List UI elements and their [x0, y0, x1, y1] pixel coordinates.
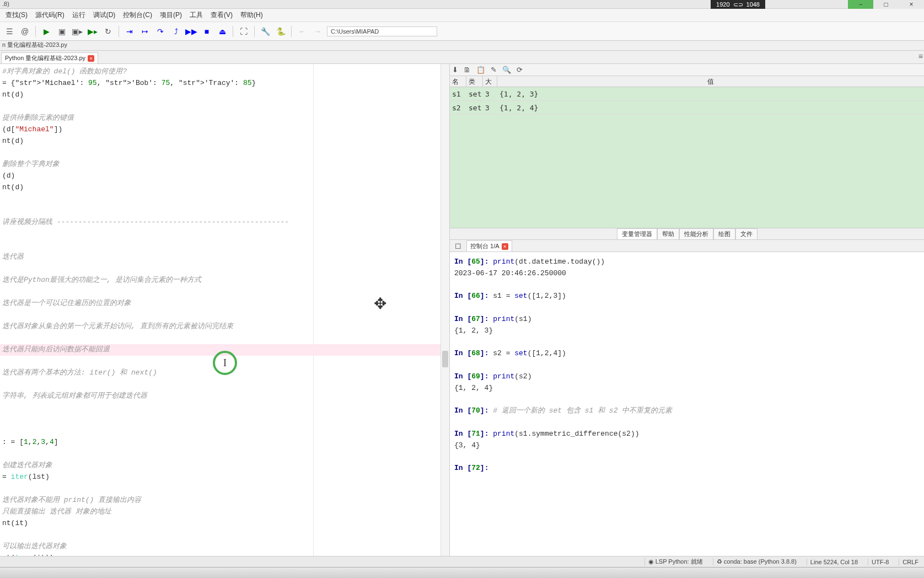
code-line[interactable]: 创建迭代器对象: [0, 460, 449, 472]
debug-exit-icon[interactable]: ⏏: [216, 25, 228, 38]
debug-step-icon[interactable]: ↦: [139, 25, 151, 38]
run-cell-icon[interactable]: ▣: [56, 25, 68, 38]
outline-icon[interactable]: ☰: [3, 25, 15, 38]
editor-scrollbar[interactable]: [440, 64, 449, 567]
col-type[interactable]: 类型: [466, 76, 483, 87]
code-line[interactable]: 迭代器对象从集合的第一个元素开始访问, 直到所有的元素被访问完结束: [0, 321, 449, 333]
code-line[interactable]: 字符串, 列表或元组对象都可用于创建迭代器: [0, 390, 449, 402]
scrollbar-thumb[interactable]: [442, 351, 448, 367]
code-line[interactable]: (d["Michael"]): [0, 124, 449, 136]
debug-step-in-icon[interactable]: ⇥: [123, 25, 136, 38]
code-line[interactable]: 迭代器只能向后访问数据不能回退: [0, 344, 449, 356]
status-conda[interactable]: ♻ conda: base (Python 3.8.8): [713, 558, 800, 565]
code-line[interactable]: [0, 205, 449, 217]
status-encoding[interactable]: UTF-8: [868, 559, 892, 565]
minimize-button[interactable]: −: [848, 0, 873, 9]
code-line[interactable]: 讲座视频分隔线 --------------------------------…: [0, 217, 449, 228]
code-line[interactable]: nt(it): [0, 518, 449, 529]
var-toolbar-icon[interactable]: ⟳: [517, 66, 523, 74]
code-line[interactable]: (d): [0, 170, 449, 182]
var-toolbar-icon[interactable]: 📋: [476, 66, 485, 74]
code-line[interactable]: = iter(lst): [0, 472, 449, 483]
preferences-icon[interactable]: 🔧: [259, 25, 271, 38]
os-taskbar[interactable]: [0, 567, 924, 578]
code-line[interactable]: #对字典对象的 del() 函数如何使用?: [0, 66, 449, 78]
code-line[interactable]: [0, 414, 449, 425]
code-line[interactable]: nt(d): [0, 89, 449, 101]
ipython-console[interactable]: In [65]: print(dt.datetime.today())2023-…: [450, 252, 924, 556]
working-dir-input[interactable]: C:\Users\MIAPAD: [327, 26, 437, 36]
code-line[interactable]: 只能直接输出 迭代器 对象的地址: [0, 506, 449, 518]
menu-item[interactable]: 查找(S): [2, 9, 31, 21]
menu-item[interactable]: 源代码(R): [32, 9, 68, 21]
maximize-button[interactable]: □: [873, 0, 899, 9]
status-position[interactable]: Line 5224, Col 18: [807, 559, 861, 565]
menu-item[interactable]: 项目(P): [157, 9, 185, 21]
code-line[interactable]: [0, 228, 449, 240]
var-toolbar-icon[interactable]: ⬇: [452, 66, 458, 74]
pane-tab[interactable]: 文件: [735, 228, 758, 239]
code-line[interactable]: 迭代器是一个可以记住遍历的位置的对象: [0, 298, 449, 309]
status-eol[interactable]: CRLF: [899, 559, 922, 565]
var-toolbar-icon[interactable]: 🗎: [464, 66, 471, 74]
code-line[interactable]: [0, 379, 449, 390]
menu-item[interactable]: 查看(V): [207, 9, 236, 21]
code-line[interactable]: 删除整个字典对象: [0, 159, 449, 170]
code-line[interactable]: [0, 448, 449, 460]
variable-row[interactable]: s1set3{1, 2, 3}: [450, 87, 924, 101]
rerun-icon[interactable]: ↻: [102, 25, 114, 38]
code-line[interactable]: [0, 147, 449, 159]
code-line[interactable]: : = [1,2,3,4]: [0, 437, 449, 448]
code-line[interactable]: [0, 240, 449, 251]
python-path-icon[interactable]: 🐍: [275, 25, 287, 38]
code-line[interactable]: 可以输出迭代器对象: [0, 541, 449, 553]
editor-tab[interactable]: Python 量化编程基础-2023.py ×: [1, 52, 98, 63]
tab-close-icon[interactable]: ×: [88, 55, 94, 62]
code-line[interactable]: 提供待删除元素的键值: [0, 113, 449, 124]
code-line[interactable]: [0, 101, 449, 113]
variable-row[interactable]: s2set3{1, 2, 4}: [450, 101, 924, 115]
code-line[interactable]: [0, 309, 449, 321]
menu-item[interactable]: 工具: [186, 9, 206, 21]
forward-icon[interactable]: →: [311, 25, 324, 38]
stop-icon[interactable]: ■: [201, 25, 213, 38]
var-toolbar-icon[interactable]: 🔍: [502, 66, 511, 74]
code-line[interactable]: 迭代器: [0, 251, 449, 263]
close-button[interactable]: ×: [899, 0, 924, 9]
code-line[interactable]: [0, 529, 449, 541]
back-icon[interactable]: ←: [296, 25, 308, 38]
code-line[interactable]: nt(d): [0, 182, 449, 194]
status-lsp[interactable]: ◉ LSP Python: 就绪: [644, 558, 706, 566]
at-icon[interactable]: @: [19, 25, 31, 38]
pane-tab[interactable]: 绘图: [713, 228, 735, 239]
menu-item[interactable]: 调试(D): [90, 9, 119, 21]
code-line[interactable]: [0, 333, 449, 344]
pane-tab[interactable]: 性能分析: [679, 228, 713, 239]
console-tab[interactable]: 控制台 1/A ×: [466, 240, 512, 251]
menu-item[interactable]: 运行: [69, 9, 89, 21]
code-line[interactable]: [0, 356, 449, 367]
var-toolbar-icon[interactable]: ✎: [491, 66, 497, 74]
code-line[interactable]: 迭代是Python最强大的功能之一, 是访问集合元素的一种方式: [0, 275, 449, 286]
col-value[interactable]: 值: [497, 76, 924, 87]
console-menu-icon[interactable]: ◻: [452, 239, 464, 251]
code-line[interactable]: [0, 483, 449, 495]
menu-item[interactable]: 帮助(H): [237, 9, 266, 21]
code-editor[interactable]: #对字典对象的 del() 函数如何使用?= {"str">'Michael':…: [0, 64, 449, 566]
code-line[interactable]: [0, 194, 449, 205]
tab-options-icon[interactable]: ≡: [918, 52, 923, 61]
code-line[interactable]: nt(d): [0, 136, 449, 147]
code-line[interactable]: 迭代器对象不能用 print() 直接输出内容: [0, 495, 449, 506]
console-tab-close-icon[interactable]: ×: [502, 243, 508, 250]
debug-continue-icon[interactable]: ▶▶: [185, 25, 197, 38]
code-line[interactable]: [0, 263, 449, 275]
code-line[interactable]: [0, 402, 449, 414]
col-size[interactable]: 大小: [483, 76, 497, 87]
menu-item[interactable]: 控制台(C): [120, 9, 155, 21]
debug-step-over-icon[interactable]: ↷: [154, 25, 166, 38]
code-line[interactable]: 迭代器有两个基本的方法: iter() 和 next(): [0, 367, 449, 379]
pane-tab[interactable]: 帮助: [657, 228, 679, 239]
run-cell-advance-icon[interactable]: ▣▸: [71, 25, 83, 38]
code-line[interactable]: = {"str">'Michael': 95, "str">'Bob': 75,…: [0, 78, 449, 89]
col-name[interactable]: 名称: [450, 76, 466, 87]
